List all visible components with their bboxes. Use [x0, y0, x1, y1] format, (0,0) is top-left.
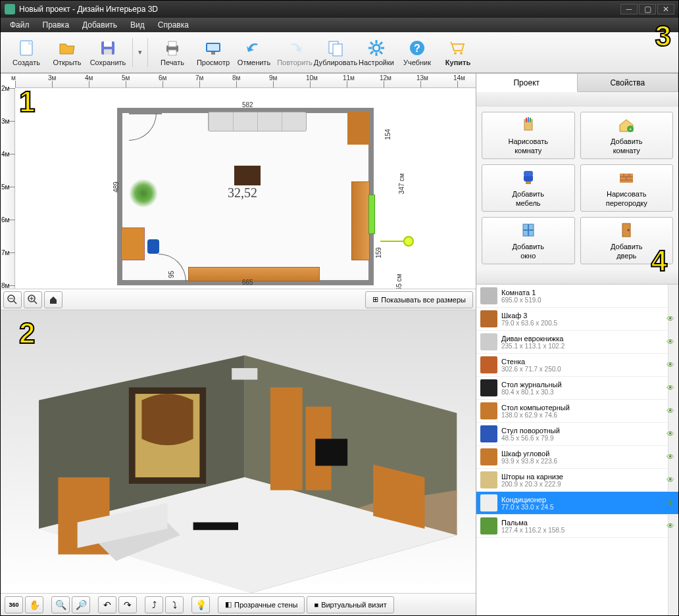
visibility-icon[interactable]: 👁: [666, 429, 674, 438]
toolbar-undo[interactable]: Отменить: [234, 34, 274, 71]
visibility-icon[interactable]: 👁: [666, 383, 674, 392]
rotate-up-button[interactable]: ⤴: [145, 596, 163, 613]
visibility-icon[interactable]: 👁: [666, 452, 674, 462]
virtual-visit-button[interactable]: ■Виртуальный визит: [307, 596, 393, 613]
action-draw-room[interactable]: Нарисоватькомнату: [482, 112, 575, 159]
toolbar-duplicate[interactable]: Дублировать: [315, 34, 356, 71]
visibility-icon[interactable]: 👁: [666, 406, 674, 415]
toolbar-settings[interactable]: Настройки: [356, 34, 397, 71]
furniture-desk[interactable]: [121, 227, 145, 260]
furniture-sofa-bottom[interactable]: [188, 267, 320, 281]
object-dims: 79.0 x 63.6 x 200.5: [501, 320, 664, 327]
zoom-out-3d-button[interactable]: 🔍: [51, 596, 70, 613]
toolbar-help[interactable]: ?Учебник: [397, 34, 438, 71]
toolbar-label: Создать: [13, 59, 40, 66]
rotate-right-button[interactable]: ↷: [118, 596, 137, 613]
object-item[interactable]: Стенка302.6 x 71.7 x 250.0👁: [476, 354, 678, 377]
room-outline[interactable]: 32,52: [117, 108, 374, 285]
action-add-room[interactable]: +Добавитькомнату: [580, 112, 674, 159]
drag-handle[interactable]: [403, 236, 414, 247]
svg-rect-3: [104, 49, 112, 55]
menu-вид[interactable]: Вид: [124, 18, 151, 32]
toolbar-redo[interactable]: Повторить: [274, 34, 315, 71]
svg-rect-11: [333, 44, 342, 56]
object-icon: [480, 379, 497, 396]
window-marker[interactable]: [368, 195, 375, 234]
plan-canvas[interactable]: 32,52: [15, 88, 476, 289]
action-label: Нарисоватьперегородку: [606, 189, 647, 208]
section-objects: [476, 270, 678, 284]
light-button[interactable]: 💡: [191, 596, 210, 613]
visibility-icon[interactable]: 👁: [666, 475, 674, 485]
furniture-sofa-right[interactable]: [351, 181, 370, 260]
view-3d[interactable]: [1, 310, 476, 593]
minimize-button[interactable]: ─: [620, 4, 638, 14]
tab-properties[interactable]: Свойства: [578, 74, 679, 91]
object-item[interactable]: Пальма127.4 x 116.2 x 158.5👁: [476, 515, 678, 538]
toolbar-preview[interactable]: Просмотр: [193, 34, 234, 71]
menu-файл[interactable]: Файл: [3, 18, 36, 32]
zoom-out-button[interactable]: [3, 291, 22, 308]
visibility-icon[interactable]: 👁: [666, 360, 674, 369]
svg-line-19: [370, 51, 373, 54]
rotate-left-button[interactable]: ↶: [98, 596, 116, 613]
toolbar-save[interactable]: Сохранить: [88, 34, 128, 71]
pan-button[interactable]: ✋: [25, 596, 43, 613]
show-sizes-button[interactable]: ⊞Показывать все размеры: [365, 291, 473, 308]
object-item[interactable]: Стул поворотный48.5 x 56.6 x 79.9👁: [476, 423, 678, 446]
zoom-in-3d-button[interactable]: 🔎: [72, 596, 90, 613]
rotate-down-button[interactable]: ⤵: [165, 596, 184, 613]
ruler-h-label: м: [11, 74, 16, 82]
furniture-chair[interactable]: [147, 239, 159, 254]
rotate-360-button[interactable]: 360: [5, 596, 23, 613]
object-dims: 48.5 x 56.6 x 79.9: [501, 435, 664, 442]
toolbar-label: Повторить: [277, 59, 313, 66]
menu-добавить[interactable]: Добавить: [76, 18, 124, 32]
object-item[interactable]: Стол компьютерный138.0 x 62.9 x 74.6👁: [476, 400, 678, 423]
object-item[interactable]: Шкаф угловой93.9 x 93.8 x 223.6👁: [476, 446, 678, 469]
object-name: Стул поворотный: [501, 427, 664, 435]
object-item[interactable]: Шторы на карнизе200.9 x 20.3 x 222.9👁: [476, 469, 678, 492]
menu-справка[interactable]: Справка: [151, 18, 195, 32]
toolbar-create[interactable]: Создать: [6, 34, 47, 71]
toolbar-buy[interactable]: Купить: [438, 34, 478, 71]
tab-project[interactable]: Проект: [476, 74, 578, 92]
svg-rect-38: [315, 438, 347, 465]
object-item[interactable]: Комната 1695.0 x 519.0: [476, 285, 678, 308]
home-button[interactable]: [44, 291, 63, 308]
door-arc: [129, 113, 157, 141]
object-item[interactable]: Шкаф 379.0 x 63.6 x 200.5👁: [476, 308, 678, 331]
toolbar-print[interactable]: Печать: [152, 34, 193, 71]
object-item[interactable]: Кондиционер77.0 x 33.0 x 24.5👁: [476, 492, 678, 515]
furniture-shelf[interactable]: [347, 112, 370, 145]
toolbar-open[interactable]: Открыть: [47, 34, 88, 71]
action-draw-partition[interactable]: Нарисоватьперегородку: [580, 164, 674, 212]
maximize-button[interactable]: ▢: [639, 4, 656, 14]
furniture-table[interactable]: [234, 166, 261, 185]
visibility-icon[interactable]: 👁: [666, 337, 674, 346]
visibility-icon[interactable]: 👁: [666, 521, 674, 531]
open-icon: [58, 39, 76, 57]
object-item[interactable]: Стол журнальный80.4 x 80.1 x 30.3👁: [476, 377, 678, 400]
object-dims: 302.6 x 71.7 x 250.0: [501, 366, 664, 373]
visibility-icon[interactable]: 👁: [666, 314, 674, 323]
object-item[interactable]: Диван еврокнижка235.1 x 113.1 x 102.2👁: [476, 331, 678, 354]
transparent-walls-button[interactable]: ◧Прозрачные стены: [218, 596, 305, 613]
furniture-plant[interactable]: [129, 179, 158, 208]
object-dims: 235.1 x 113.1 x 102.2: [501, 343, 664, 350]
ruler-v-label: 4м: [1, 151, 9, 158]
titlebar: Новый проект - Дизайн Интерьера 3D ─ ▢ ✕: [1, 1, 678, 18]
furniture-couch[interactable]: [208, 112, 307, 131]
menu-правка[interactable]: Правка: [36, 18, 76, 32]
dim-right-small: 154: [384, 129, 391, 140]
action-label: Добавитьдверь: [611, 242, 643, 261]
visibility-icon[interactable]: 👁: [666, 498, 674, 508]
zoom-in-button[interactable]: [24, 291, 42, 308]
object-name: Стол компьютерный: [501, 404, 664, 412]
close-button[interactable]: ✕: [657, 4, 674, 14]
object-icon: [480, 494, 497, 511]
svg-rect-48: [524, 171, 533, 176]
action-add-window[interactable]: Добавитьокно: [482, 217, 575, 264]
action-add-furniture[interactable]: Добавитьмебель: [482, 164, 575, 212]
toolbar-dropdown[interactable]: ▾: [137, 48, 143, 57]
